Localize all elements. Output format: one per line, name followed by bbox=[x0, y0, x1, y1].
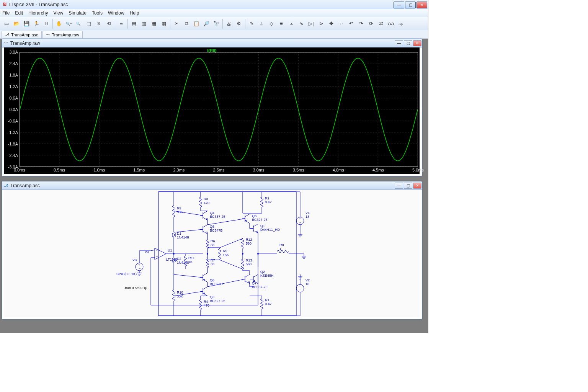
toolbar-tile-3-button[interactable]: ▦ bbox=[149, 19, 159, 29]
svg-line-178 bbox=[220, 238, 243, 248]
wave-minimize-button[interactable]: — bbox=[395, 40, 403, 46]
toolbar-zoom-box-button[interactable]: ⬚ bbox=[84, 19, 94, 29]
schematic-titlebar[interactable]: ⎇ TransAmp.asc — ▢ ✕ bbox=[2, 181, 422, 190]
toolbar-draw-button[interactable]: ✎ bbox=[247, 19, 256, 29]
svg-text:33: 33 bbox=[211, 243, 214, 247]
svg-text:470: 470 bbox=[204, 304, 209, 307]
wave-maximize-button[interactable]: ▢ bbox=[404, 40, 412, 46]
svg-text:1N4148: 1N4148 bbox=[177, 261, 189, 265]
toolbar-save-button[interactable]: 💾 bbox=[21, 19, 31, 29]
toolbar-tile-v-button[interactable]: ▥ bbox=[139, 19, 149, 29]
svg-text:R12: R12 bbox=[246, 238, 252, 242]
schem-close-button[interactable]: ✕ bbox=[413, 183, 421, 189]
svg-line-130 bbox=[253, 224, 258, 227]
toolbar-pause-button[interactable]: ⏸ bbox=[41, 19, 51, 29]
toolbar-zoom-fit-button[interactable]: ⤧ bbox=[94, 19, 104, 29]
toolbar-print-button[interactable]: 🖨 bbox=[224, 19, 234, 29]
toolbar-zoom-out-button[interactable]: 🔍- bbox=[74, 19, 84, 29]
x-tick: 1.5ms bbox=[133, 168, 145, 172]
svg-text:KSE45H: KSE45H bbox=[260, 274, 274, 278]
svg-text:Q8: Q8 bbox=[252, 214, 256, 218]
svg-text:15K: 15K bbox=[223, 253, 229, 257]
toolbar-undo-button[interactable]: ↶ bbox=[346, 19, 356, 29]
close-button[interactable]: ✕ bbox=[416, 2, 427, 8]
schematic-canvas[interactable]: +−V3SINE(0 3 1K)+−U1LT1056R933KD11N4148D… bbox=[4, 190, 420, 317]
toolbar-autorng-button[interactable]: ⟲ bbox=[104, 19, 114, 29]
plot-canvas[interactable] bbox=[20, 52, 418, 167]
menu-edit[interactable]: Edit bbox=[15, 10, 23, 16]
toolbar-separator bbox=[222, 19, 223, 29]
toolbar-res-button[interactable]: ≡ bbox=[276, 19, 286, 29]
toolbar-op-button[interactable]: .op bbox=[396, 19, 406, 29]
toolbar-paste-button[interactable]: 📋 bbox=[191, 19, 201, 29]
toolbar-probe-button[interactable]: ⎓ bbox=[116, 19, 126, 29]
toolbar-rot-button[interactable]: ⟳ bbox=[366, 19, 376, 29]
toolbar-open-button[interactable]: 📂 bbox=[11, 19, 21, 29]
svg-text:R4: R4 bbox=[204, 300, 208, 304]
toolbar-gnd-button[interactable]: ⏚ bbox=[256, 19, 266, 29]
schematic-icon: ⎇ bbox=[3, 183, 9, 188]
svg-text:BC327-25: BC327-25 bbox=[252, 218, 268, 222]
waveform-plot-area[interactable]: I(R8) 3.0A2.4A1.8A1.2A0.6A0.0A-0.6A-1.2A… bbox=[4, 47, 420, 174]
toolbar-copy-button[interactable]: ⧉ bbox=[181, 19, 191, 29]
waveform-titlebar[interactable]: 〰 TransAmp.raw — ▢ ✕ bbox=[2, 39, 422, 47]
svg-line-69 bbox=[203, 211, 207, 214]
toolbar-run-button[interactable]: 🏃 bbox=[31, 19, 41, 29]
toolbar-diode-button[interactable]: ▷| bbox=[306, 19, 316, 29]
svg-text:SINE(0 3 1K): SINE(0 3 1K) bbox=[116, 272, 137, 276]
svg-line-156 bbox=[253, 274, 258, 277]
toolbar-move-button[interactable]: ✥ bbox=[326, 19, 336, 29]
toolbar-setup-button[interactable]: ⚙ bbox=[234, 19, 244, 29]
titlebar: ₪ LTspice XVII - TransAmp.asc — ▢ ✕ bbox=[0, 0, 428, 9]
svg-text:−: − bbox=[156, 255, 158, 258]
toolbar-tile-4-button[interactable]: ▩ bbox=[159, 19, 169, 29]
toolbar-ind-button[interactable]: ∿ bbox=[296, 19, 306, 29]
x-axis[interactable]: 0.0ms0.5ms1.0ms1.5ms2.0ms2.5ms3.0ms3.5ms… bbox=[20, 168, 418, 174]
menu-view[interactable]: View bbox=[53, 10, 63, 16]
toolbar-drag-button[interactable]: ↔ bbox=[336, 19, 346, 29]
svg-text:R10: R10 bbox=[177, 291, 183, 294]
x-tick: 4.5ms bbox=[372, 168, 384, 172]
doctab-transamp-asc[interactable]: ⎇TransAmp.asc bbox=[2, 31, 42, 38]
x-tick: 3.5ms bbox=[293, 168, 304, 172]
x-tick: 2.0ms bbox=[173, 168, 185, 172]
svg-text:R9: R9 bbox=[177, 206, 181, 210]
toolbar-hand-button[interactable]: ✋ bbox=[54, 19, 64, 29]
maximize-button[interactable]: ▢ bbox=[405, 2, 416, 8]
svg-text:R5: R5 bbox=[223, 249, 227, 253]
menu-file[interactable]: File bbox=[2, 10, 10, 16]
toolbar-zoom-in-button[interactable]: 🔍+ bbox=[64, 19, 74, 29]
svg-text:Q3: Q3 bbox=[210, 295, 214, 299]
toolbar-text-button[interactable]: Aa bbox=[386, 19, 396, 29]
schem-minimize-button[interactable]: — bbox=[395, 183, 403, 189]
menu-tools[interactable]: Tools bbox=[92, 10, 103, 16]
svg-text:−: − bbox=[139, 266, 140, 270]
toolbar-redo-button[interactable]: ↷ bbox=[356, 19, 366, 29]
toolbar-find-button[interactable]: 🔎 bbox=[201, 19, 211, 29]
toolbar-cut-button[interactable]: ✂ bbox=[172, 19, 181, 29]
toolbar-new-button[interactable]: ▭ bbox=[2, 19, 11, 29]
x-tick: 3.0ms bbox=[253, 168, 265, 172]
toolbar-tile-h-button[interactable]: ▤ bbox=[129, 19, 139, 29]
toolbar-binoc-button[interactable]: 🔭 bbox=[211, 19, 221, 29]
svg-text:V1: V1 bbox=[305, 211, 310, 215]
wave-close-button[interactable]: ✕ bbox=[413, 40, 421, 46]
toolbar-comp-button[interactable]: ⊳ bbox=[316, 19, 326, 29]
toolbar-cap-button[interactable]: ⫠ bbox=[286, 19, 296, 29]
menu-help[interactable]: Help bbox=[130, 10, 139, 16]
toolbar-mir-button[interactable]: ⇄ bbox=[376, 19, 386, 29]
minimize-button[interactable]: — bbox=[394, 2, 404, 8]
y-axis[interactable]: 3.0A2.4A1.8A1.2A0.6A0.0A-0.6A-1.2A-1.8A-… bbox=[4, 52, 20, 167]
doctab-transamp-raw[interactable]: 〰TransAmp.raw bbox=[42, 31, 83, 38]
menu-simulate[interactable]: Simulate bbox=[69, 10, 87, 16]
svg-text:18: 18 bbox=[305, 282, 309, 286]
svg-text:.tran 0 5m 0 1µ: .tran 0 5m 0 1µ bbox=[124, 286, 147, 290]
menu-hierarchy[interactable]: Hierarchy bbox=[28, 10, 48, 16]
menu-window[interactable]: Window bbox=[108, 10, 124, 16]
doctab-icon: 〰 bbox=[46, 33, 51, 37]
svg-line-112 bbox=[174, 274, 203, 278]
mdi-area: 〰 TransAmp.raw — ▢ ✕ I(R8) 3.0A2.4A1.8A1… bbox=[0, 39, 428, 333]
toolbar-port-button[interactable]: ◇ bbox=[266, 19, 276, 29]
svg-line-77 bbox=[203, 225, 207, 227]
schem-maximize-button[interactable]: ▢ bbox=[404, 183, 412, 189]
